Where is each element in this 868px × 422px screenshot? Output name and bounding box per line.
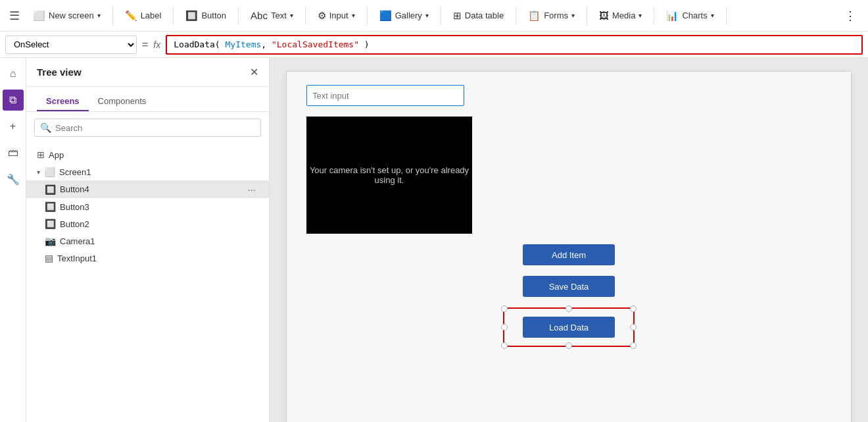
formula-bar: OnSelect = fx LoadData( MyItems, "LocalS… [0, 32, 868, 58]
forms-button[interactable]: 📋 Forms ▾ [521, 6, 581, 26]
text-icon: Abc [251, 10, 268, 21]
text-button[interactable]: Abc Text ▾ [244, 6, 300, 25]
label-button[interactable]: ✏️ Label [118, 6, 168, 26]
more-options-icon: ⋮ [844, 9, 856, 23]
tree-title: Tree view [37, 66, 82, 78]
canvas-save-data-button[interactable]: Save Data [523, 276, 615, 297]
tree-items: ⊞ App ▾ ⬜ Screen1 🔲 Button4 ··· 🔲 Button… [26, 144, 269, 422]
charts-button[interactable]: 📊 Charts ▾ [660, 6, 720, 26]
formula-function-name: LoadData [174, 40, 215, 49]
app-icon: ⊞ [37, 149, 45, 160]
sidebar-icon-controls[interactable]: 🔧 [3, 169, 24, 190]
canvas-frame: Your camera isn't set up, or you're alre… [286, 71, 852, 422]
input-chevron-icon: ▾ [352, 12, 355, 19]
load-data-wrapper: Load Data [503, 307, 635, 347]
button-icon: 🔲 [185, 10, 198, 22]
toolbar-separator-1 [112, 7, 113, 25]
toolbar-separator-2 [173, 7, 174, 25]
gallery-chevron-icon: ▾ [425, 12, 429, 19]
toolbar-separator-6 [441, 7, 441, 25]
tree-item-camera1[interactable]: 📷 Camera1 [26, 232, 269, 250]
tree-panel: Tree view ✕ Screens Components 🔍 ⊞ App ▾… [26, 58, 270, 422]
label-icon: ✏️ [125, 10, 137, 22]
charts-chevron-icon: ▾ [711, 12, 714, 19]
tree-item-label-screen1: Screen1 [59, 167, 258, 177]
canvas-text-input[interactable] [306, 85, 464, 106]
toolbar-separator-5 [367, 7, 368, 25]
input-button[interactable]: ⚙ Input ▾ [311, 6, 362, 26]
gallery-button[interactable]: 🟦 Gallery ▾ [373, 6, 435, 26]
toolbar: ☰ ⬜ New screen ▾ ✏️ Label 🔲 Button Abc T… [0, 0, 868, 32]
new-screen-chevron-icon: ▾ [97, 12, 101, 19]
input-icon: ⚙ [318, 10, 326, 22]
charts-icon: 📊 [666, 10, 679, 22]
toolbar-separator-9 [654, 7, 654, 25]
extra-menu-button[interactable]: ⋮ [838, 5, 863, 27]
button-button[interactable]: 🔲 Button [179, 6, 233, 26]
handle-mid-right[interactable] [630, 324, 637, 330]
handle-top-left[interactable] [501, 305, 508, 312]
tab-screens[interactable]: Screens [37, 92, 89, 111]
toolbar-separator-10 [726, 7, 727, 25]
tree-item-label-textinput1: TextInput1 [57, 253, 258, 263]
formula-input[interactable]: LoadData( MyItems, "LocalSavedItems" ) [166, 35, 863, 55]
tree-item-label-button2: Button2 [60, 219, 258, 229]
search-icon: 🔍 [40, 122, 51, 133]
button2-icon: 🔲 [45, 219, 56, 229]
search-input[interactable] [55, 123, 255, 133]
tree-item-label-button4: Button4 [60, 184, 241, 194]
sidebar-icon-layers[interactable]: ⧉ [3, 90, 24, 111]
handle-bottom-right[interactable] [630, 342, 637, 349]
button4-more-button[interactable]: ··· [245, 184, 258, 195]
screen-icon: ⬜ [44, 167, 55, 177]
formula-property-select[interactable]: OnSelect [5, 36, 137, 54]
textinput1-icon: ▤ [45, 253, 53, 263]
camera1-icon: 📷 [45, 236, 56, 246]
tree-header: Tree view ✕ [26, 58, 269, 87]
button3-icon: 🔲 [45, 201, 56, 212]
sidebar-icon-add[interactable]: + [3, 116, 24, 137]
tree-close-button[interactable]: ✕ [250, 66, 258, 78]
tree-item-label-app: App [49, 150, 258, 160]
media-chevron-icon: ▾ [639, 12, 642, 19]
button4-icon: 🔲 [45, 184, 56, 195]
camera-message-text: Your camera isn't set up, or you're alre… [306, 165, 472, 185]
tree-item-textinput1[interactable]: ▤ TextInput1 [26, 250, 269, 267]
data-table-button[interactable]: ⊞ Data table [446, 6, 510, 26]
tree-search-box[interactable]: 🔍 [34, 119, 261, 137]
formula-arg1: MyItems [226, 40, 262, 49]
handle-top-mid[interactable] [566, 305, 572, 312]
handle-mid-left[interactable] [501, 324, 508, 330]
sidebar-icon-home[interactable]: ⌂ [3, 63, 24, 84]
toolbar-separator-7 [516, 7, 516, 25]
tree-item-label-camera1: Camera1 [60, 236, 258, 246]
text-chevron-icon: ▾ [290, 12, 293, 19]
tree-item-button4[interactable]: 🔲 Button4 ··· [26, 180, 269, 198]
tree-item-button2[interactable]: 🔲 Button2 [26, 215, 269, 232]
canvas-load-data-button[interactable]: Load Data [523, 317, 615, 338]
toolbar-separator-3 [238, 7, 239, 25]
gallery-icon: 🟦 [379, 10, 392, 22]
sidebar-icon-data[interactable]: 🗃 [3, 142, 24, 163]
forms-chevron-icon: ▾ [571, 12, 575, 19]
handle-bottom-mid[interactable] [566, 342, 572, 349]
media-button[interactable]: 🖼 Media ▾ [592, 6, 648, 25]
new-screen-icon: ⬜ [33, 10, 45, 22]
tree-item-button3[interactable]: 🔲 Button3 [26, 198, 269, 215]
handle-top-right[interactable] [630, 305, 637, 312]
canvas-area: Your camera isn't set up, or you're alre… [270, 58, 868, 422]
forms-icon: 📋 [528, 10, 541, 22]
canvas-add-item-button[interactable]: Add Item [523, 244, 615, 265]
new-screen-button[interactable]: ⬜ New screen ▾ [26, 6, 107, 26]
handle-bottom-left[interactable] [501, 342, 508, 349]
formula-arg2: "LocalSavedItems" [272, 40, 359, 49]
main-layout: ⌂ ⧉ + 🗃 🔧 Tree view ✕ Screens Components… [0, 58, 868, 422]
hamburger-icon[interactable]: ☰ [5, 9, 24, 23]
formula-equals: = [142, 39, 148, 51]
tree-item-screen1[interactable]: ▾ ⬜ Screen1 [26, 163, 269, 180]
tree-item-app[interactable]: ⊞ App [26, 146, 269, 163]
tab-components[interactable]: Components [89, 92, 156, 111]
screen1-chevron-icon: ▾ [37, 169, 40, 176]
canvas-camera-view: Your camera isn't set up, or you're alre… [306, 117, 472, 234]
tree-item-label-button3: Button3 [60, 202, 258, 212]
